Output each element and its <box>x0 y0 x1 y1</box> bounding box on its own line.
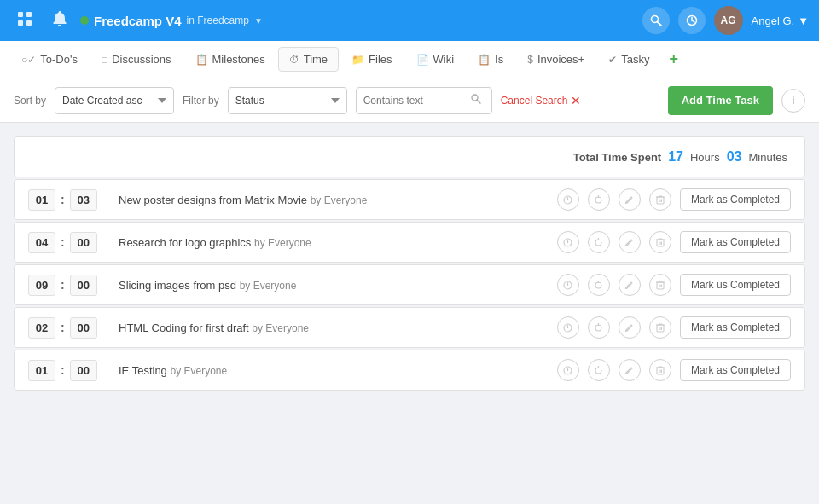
filter-label: Filter by <box>183 95 219 107</box>
tab-is-label: Is <box>495 53 503 66</box>
timer-action-button[interactable] <box>557 231 579 253</box>
time-entry-row: 01 : 03 New poster designs from Matrix M… <box>14 179 805 220</box>
delete-action-button[interactable] <box>649 359 671 381</box>
search-container <box>356 87 492 114</box>
edit-action-button[interactable] <box>619 316 641 339</box>
pencil-icon <box>624 366 634 375</box>
add-tab-button[interactable]: + <box>662 47 685 72</box>
mark-completed-button[interactable]: Mark as Completed <box>680 359 791 381</box>
project-name: Freedcamp V4 <box>94 14 182 28</box>
edit-action-button[interactable] <box>619 188 641 211</box>
refresh-icon <box>594 281 603 290</box>
wiki-icon: 📄 <box>416 54 429 66</box>
entry-actions: Mark as Completed <box>557 188 791 211</box>
tab-wiki[interactable]: 📄 Wiki <box>405 47 466 72</box>
entry-minutes: 00 <box>70 232 97 253</box>
entry-minutes: 00 <box>70 317 97 339</box>
minutes-unit: Minutes <box>748 151 787 164</box>
timer-action-button[interactable] <box>557 274 579 296</box>
entry-by: by Everyone <box>252 322 309 334</box>
time-colon: : <box>59 363 67 377</box>
svg-rect-3 <box>26 20 32 26</box>
tab-milestones[interactable]: 📋 Milestones <box>184 47 276 72</box>
tab-time[interactable]: ⏱ Time <box>278 47 339 72</box>
edit-action-button[interactable] <box>619 274 641 296</box>
cancel-search-button[interactable]: Cancel Search ✕ <box>501 94 582 107</box>
filter-select[interactable]: Status All Completed Incomplete <box>228 87 347 114</box>
delete-action-button[interactable] <box>649 231 671 253</box>
entry-by: by Everyone <box>311 194 368 206</box>
timer-icon <box>563 281 572 290</box>
entry-by: by Everyone <box>170 365 227 377</box>
time-colon: : <box>59 278 67 292</box>
entry-actions: Mark as Completed <box>557 316 791 339</box>
tab-tasky[interactable]: ✔ Tasky <box>597 47 660 72</box>
files-icon: 📁 <box>351 54 364 66</box>
project-context: in Freedcamp <box>187 14 249 26</box>
avatar[interactable]: AG <box>714 6 743 35</box>
trash-icon <box>656 366 665 375</box>
time-colon: : <box>59 193 67 206</box>
entry-hours: 02 <box>28 317 55 339</box>
top-nav: Freedcamp V4 in Freedcamp ▼ AG Angel G. … <box>0 0 819 41</box>
entry-title-text: HTML Coding for first draft <box>119 322 252 334</box>
trash-icon <box>656 238 665 247</box>
svg-line-5 <box>657 22 661 26</box>
add-time-task-button[interactable]: Add Time Task <box>668 86 773 115</box>
history-button[interactable] <box>678 7 706 34</box>
trash-icon <box>656 195 665 205</box>
pencil-icon <box>624 323 634 333</box>
timer-action-button[interactable] <box>557 188 579 211</box>
refresh-action-button[interactable] <box>588 359 610 381</box>
tab-invoices[interactable]: $ Invoices+ <box>516 47 595 72</box>
svg-rect-0 <box>18 12 23 17</box>
entry-title: IE Testing by Everyone <box>105 364 557 377</box>
tab-files[interactable]: 📁 Files <box>340 47 403 72</box>
timer-action-button[interactable] <box>557 359 579 381</box>
entry-hours: 04 <box>28 232 55 253</box>
entry-by: by Everyone <box>254 237 311 249</box>
search-button[interactable] <box>642 7 670 34</box>
search-input[interactable] <box>363 95 466 107</box>
trash-icon <box>656 323 665 333</box>
tab-todos[interactable]: ○✓ To-Do's <box>10 47 89 72</box>
entry-title: HTML Coding for first draft by Everyone <box>105 322 557 334</box>
todos-icon: ○✓ <box>21 54 36 66</box>
refresh-action-button[interactable] <box>588 231 610 253</box>
edit-action-button[interactable] <box>619 231 641 253</box>
sort-select[interactable]: Date Created asc Date Created desc Title… <box>55 87 174 114</box>
cancel-x-icon: ✕ <box>571 94 581 107</box>
entry-hours: 01 <box>28 189 55 211</box>
entry-actions: Mark as Completed <box>557 231 791 253</box>
time-display: 01 : 03 <box>28 189 105 211</box>
entry-title-text: Slicing images from psd <box>119 279 240 292</box>
bell-icon-button[interactable] <box>46 8 73 33</box>
edit-action-button[interactable] <box>619 359 641 381</box>
mark-completed-button[interactable]: Mark as Completed <box>680 231 791 253</box>
delete-action-button[interactable] <box>649 316 671 339</box>
entry-actions: Mark us Completed <box>557 274 791 296</box>
refresh-action-button[interactable] <box>588 316 610 339</box>
status-dot <box>80 16 89 25</box>
info-button[interactable]: i <box>781 89 805 113</box>
timer-action-button[interactable] <box>557 316 579 339</box>
mark-completed-button[interactable]: Mark us Completed <box>680 274 791 296</box>
mark-completed-button[interactable]: Mark as Completed <box>680 188 791 211</box>
refresh-action-button[interactable] <box>588 274 610 296</box>
entry-hours: 01 <box>28 360 55 381</box>
time-display: 09 : 00 <box>28 275 105 296</box>
mark-completed-button[interactable]: Mark as Completed <box>680 316 791 339</box>
tab-is[interactable]: 📋 Is <box>467 47 514 72</box>
nav-right: AG Angel G. ▼ <box>642 6 809 35</box>
grid-icon-button[interactable] <box>10 8 39 33</box>
delete-action-button[interactable] <box>649 188 671 211</box>
delete-action-button[interactable] <box>649 274 671 296</box>
total-hours-value: 17 <box>668 149 683 165</box>
refresh-icon <box>594 195 603 205</box>
tab-discussions[interactable]: □ Discussions <box>90 47 183 72</box>
entries-list: 01 : 03 New poster designs from Matrix M… <box>14 179 805 391</box>
user-name[interactable]: Angel G. ▼ <box>752 14 809 27</box>
time-display: 02 : 00 <box>28 317 105 339</box>
project-title[interactable]: Freedcamp V4 in Freedcamp ▼ <box>80 14 263 28</box>
refresh-action-button[interactable] <box>588 188 610 211</box>
